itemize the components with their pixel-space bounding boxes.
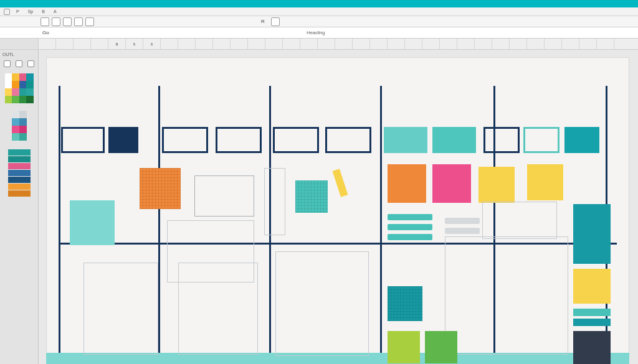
- tool-button[interactable]: [52, 17, 60, 26]
- ruler-col[interactable]: [562, 39, 579, 49]
- swatch[interactable]: [26, 88, 34, 96]
- header-cell[interactable]: [325, 127, 371, 153]
- swatch[interactable]: [12, 81, 19, 88]
- swatch[interactable]: [5, 96, 12, 103]
- swatch[interactable]: [19, 88, 27, 96]
- swatch[interactable]: [5, 73, 12, 81]
- swatch[interactable]: [8, 170, 31, 176]
- wireframe-box[interactable]: [275, 251, 369, 356]
- panel-tool-icon[interactable]: [4, 60, 11, 67]
- wireframe-box[interactable]: [178, 263, 258, 355]
- swatch[interactable]: [8, 149, 31, 156]
- ruler-col[interactable]: [318, 39, 335, 49]
- swatch[interactable]: [12, 73, 19, 81]
- swatch[interactable]: [8, 184, 31, 190]
- header-cell[interactable]: [61, 127, 105, 153]
- ruler-col[interactable]: [231, 39, 248, 49]
- ruler-col[interactable]: [196, 39, 213, 49]
- ruler-col[interactable]: s: [143, 39, 161, 49]
- ribbon-item[interactable]: Sp: [26, 9, 36, 14]
- swatch[interactable]: [332, 169, 348, 197]
- ruler-col[interactable]: [56, 39, 74, 49]
- ruler-col[interactable]: [161, 39, 178, 49]
- ruler-col[interactable]: [545, 39, 562, 49]
- ruler-col[interactable]: [579, 39, 597, 49]
- ruler-col[interactable]: [353, 39, 370, 49]
- swatch[interactable]: [26, 96, 34, 103]
- swatch[interactable]: [12, 111, 19, 118]
- swatch[interactable]: [8, 190, 31, 197]
- ruler-col[interactable]: a: [108, 39, 126, 49]
- ribbon-icon[interactable]: [4, 9, 10, 15]
- swatch[interactable]: [140, 168, 181, 209]
- canvas-viewport[interactable]: [39, 50, 638, 364]
- swatch[interactable]: [19, 96, 27, 103]
- ruler-col[interactable]: [405, 39, 422, 49]
- swatch[interactable]: [388, 331, 420, 363]
- wireframe-box[interactable]: [83, 263, 158, 355]
- formula-input[interactable]: Go: [39, 30, 176, 35]
- ruler-col[interactable]: [248, 39, 265, 49]
- ruler-col[interactable]: [213, 39, 231, 49]
- swatch[interactable]: [19, 73, 27, 81]
- ruler-col[interactable]: [422, 39, 440, 49]
- color-palette-top[interactable]: [5, 73, 34, 103]
- ribbon-item[interactable]: P: [14, 9, 22, 14]
- swatch[interactable]: [5, 81, 12, 88]
- header-cell[interactable]: [162, 127, 208, 153]
- wireframe-box[interactable]: [445, 236, 568, 355]
- swatch[interactable]: [573, 269, 611, 304]
- panel-tool-icon[interactable]: [16, 60, 22, 67]
- swatch[interactable]: [19, 81, 27, 88]
- color-palette-mid[interactable]: [12, 111, 27, 141]
- ruler-col[interactable]: [492, 39, 510, 49]
- ruler-col[interactable]: [178, 39, 196, 49]
- ruler-col[interactable]: [388, 39, 405, 49]
- swatch[interactable]: [573, 319, 611, 326]
- swatch[interactable]: [573, 204, 611, 264]
- swatch[interactable]: [8, 156, 31, 162]
- ruler-col[interactable]: [335, 39, 353, 49]
- swatch[interactable]: [26, 81, 34, 88]
- panel-tool-icon[interactable]: [27, 60, 34, 67]
- swatch[interactable]: [478, 167, 515, 203]
- swatch[interactable]: [527, 164, 563, 200]
- swatch[interactable]: [12, 133, 19, 141]
- ruler-col[interactable]: [74, 39, 91, 49]
- swatch[interactable]: [573, 331, 611, 364]
- tool-button[interactable]: [40, 17, 49, 26]
- ruler-col[interactable]: [91, 39, 108, 49]
- ruler-col[interactable]: [39, 39, 56, 49]
- swatch[interactable]: [12, 126, 19, 133]
- swatch[interactable]: [19, 118, 27, 126]
- swatch[interactable]: [5, 88, 12, 96]
- header-cell[interactable]: [564, 127, 599, 153]
- header-cell[interactable]: [273, 127, 319, 153]
- artboard[interactable]: [46, 57, 629, 364]
- swatch[interactable]: [26, 73, 34, 81]
- tool-button[interactable]: [85, 17, 94, 26]
- tool-button[interactable]: [271, 17, 280, 26]
- wireframe-box[interactable]: [194, 175, 254, 217]
- swatch[interactable]: [295, 180, 328, 213]
- swatch[interactable]: [12, 96, 19, 103]
- wireframe-box[interactable]: [482, 202, 557, 239]
- ruler-col[interactable]: [370, 39, 388, 49]
- ruler-col[interactable]: [475, 39, 492, 49]
- swatch[interactable]: [19, 126, 27, 133]
- swatch[interactable]: [432, 164, 471, 203]
- swatch[interactable]: [12, 118, 19, 126]
- swatch[interactable]: [12, 88, 19, 96]
- ruler-col[interactable]: [457, 39, 475, 49]
- ruler-col[interactable]: [440, 39, 457, 49]
- ruler-col[interactable]: [300, 39, 318, 49]
- swatch[interactable]: [8, 177, 31, 183]
- ruler-col[interactable]: [265, 39, 283, 49]
- swatch[interactable]: [19, 111, 27, 118]
- swatch[interactable]: [19, 133, 27, 141]
- header-cell[interactable]: [216, 127, 262, 153]
- color-palette-bars[interactable]: [8, 149, 31, 197]
- swatch[interactable]: [388, 286, 422, 321]
- ruler-col[interactable]: s: [126, 39, 143, 49]
- header-cell[interactable]: [523, 127, 559, 153]
